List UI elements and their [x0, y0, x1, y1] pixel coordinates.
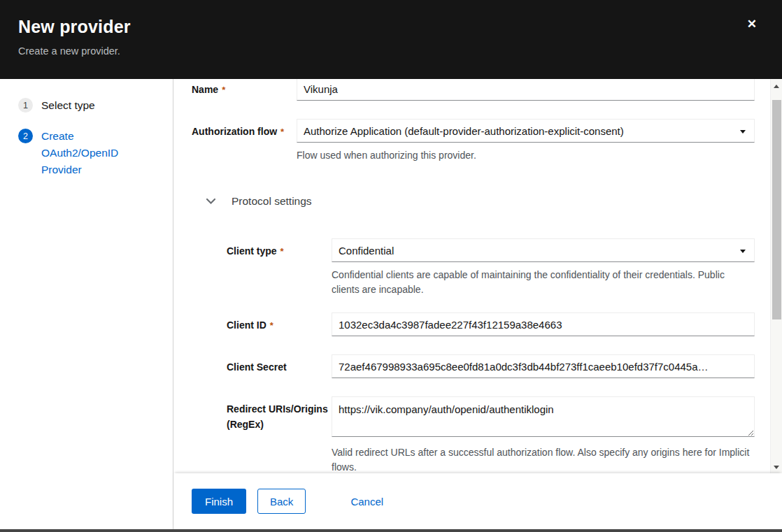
field-row-authorization-flow: Authorization flow* Authorize Applicatio… [192, 119, 770, 163]
collapse-toggle-button[interactable] [204, 196, 218, 207]
modal-body: 1 Select type 2 Create OAuth2/OpenID Pro… [0, 79, 782, 529]
required-asterisk: * [270, 320, 273, 331]
redirect-uris-help: Valid redirect URLs after a successful a… [332, 445, 755, 473]
required-asterisk: * [280, 246, 284, 257]
field-row-name: Name* [192, 79, 770, 101]
field-row-client-type: Client type* Confidential Confidential c… [227, 238, 770, 297]
new-provider-modal: New provider Create a new provider. ✕ 1 … [0, 0, 782, 532]
step-number-badge: 2 [18, 129, 33, 143]
wizard-step-select-type[interactable]: 1 Select type [18, 97, 173, 114]
caret-down-icon [740, 130, 746, 134]
step-number-badge: 1 [18, 98, 33, 113]
client-id-label: Client ID* [227, 312, 332, 336]
client-secret-input[interactable] [332, 354, 755, 378]
redirect-uris-textarea[interactable]: https://vik.company/auth/openid/authenti… [332, 396, 755, 437]
wizard-footer: Finish Back Cancel [173, 473, 782, 529]
required-asterisk: * [280, 127, 284, 137]
name-input[interactable] [297, 79, 755, 101]
protocol-settings-header: Protocol settings [204, 195, 770, 208]
redirect-uris-label: Redirect URIs/Origins (RegEx) [227, 396, 332, 473]
scroll-down-arrow-icon[interactable] [774, 466, 779, 469]
cancel-button[interactable]: Cancel [350, 489, 383, 514]
field-row-client-secret: Client Secret [227, 354, 770, 378]
client-id-input[interactable] [332, 312, 755, 336]
finish-button[interactable]: Finish [192, 489, 246, 514]
client-type-select[interactable]: Confidential [332, 238, 755, 262]
required-asterisk: * [222, 85, 225, 95]
chevron-down-icon [206, 198, 216, 205]
field-row-client-id: Client ID* [227, 312, 770, 336]
client-type-label: Client type* [227, 238, 332, 297]
caret-down-icon [740, 250, 746, 253]
page-title: New provider [18, 17, 782, 37]
close-icon[interactable]: ✕ [747, 18, 757, 30]
provider-form: Name* Authorization flow* Authorize Appl… [173, 79, 770, 473]
scrollbar-thumb[interactable] [772, 100, 781, 319]
wizard-main: Name* Authorization flow* Authorize Appl… [173, 79, 782, 529]
selected-value: Authorize Application (default-provider-… [304, 125, 624, 137]
client-type-help: Confidential clients are capable of main… [332, 268, 755, 297]
step-label: Create OAuth2/OpenID Provider [41, 128, 127, 178]
wizard-step-create-provider[interactable]: 2 Create OAuth2/OpenID Provider [18, 128, 173, 178]
vertical-scrollbar[interactable] [770, 79, 782, 473]
selected-value: Confidential [339, 245, 394, 257]
client-secret-label: Client Secret [227, 354, 332, 378]
name-label: Name* [192, 79, 297, 101]
scroll-up-arrow-icon[interactable] [774, 85, 779, 88]
back-button[interactable]: Back [257, 489, 306, 514]
protocol-settings-title: Protocol settings [232, 195, 312, 208]
authorization-flow-label: Authorization flow* [192, 119, 297, 163]
step-label: Select type [41, 97, 95, 114]
authorization-flow-help: Flow used when authorizing this provider… [297, 148, 755, 163]
authorization-flow-select[interactable]: Authorize Application (default-provider-… [297, 119, 755, 143]
field-row-redirect-uris: Redirect URIs/Origins (RegEx) https://vi… [227, 396, 770, 473]
page-backdrop-edge [0, 529, 782, 532]
protocol-settings-group: Client type* Confidential Confidential c… [227, 238, 770, 473]
modal-header: New provider Create a new provider. ✕ [0, 0, 782, 79]
wizard-nav: 1 Select type 2 Create OAuth2/OpenID Pro… [0, 79, 173, 529]
page-subtitle: Create a new provider. [18, 45, 782, 57]
